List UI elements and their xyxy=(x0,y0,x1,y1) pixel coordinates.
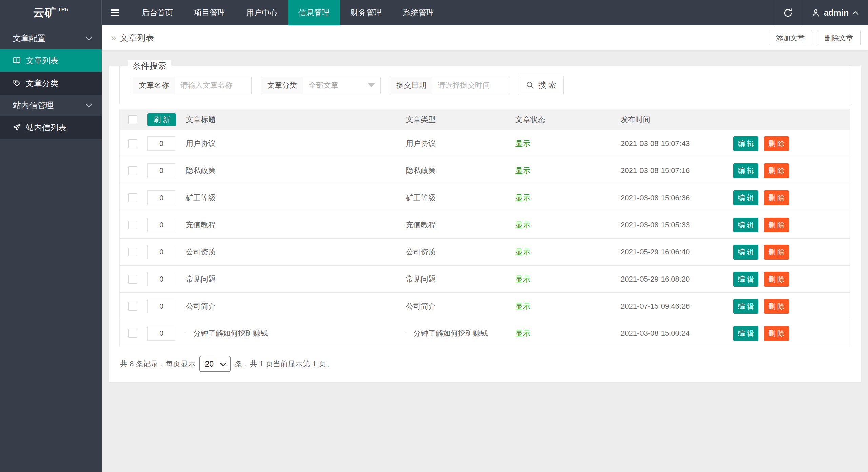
logo-badge: TP6 xyxy=(58,6,68,12)
user-menu[interactable]: admin xyxy=(802,0,868,25)
nav-item-information[interactable]: 信息管理 xyxy=(288,0,340,25)
sidebar-group-article-config[interactable]: 文章配置 xyxy=(0,27,102,49)
edit-button[interactable]: 编 辑 xyxy=(733,218,758,232)
topbar: 云矿 TP6 后台首页 项目管理 用户中心 信息管理 财务管理 系统管理 adm… xyxy=(0,0,868,25)
sort-input[interactable] xyxy=(147,190,175,205)
delete-button[interactable]: 删 除 xyxy=(764,272,789,287)
article-name-group: 文章名称 xyxy=(133,77,252,94)
edit-button[interactable]: 编 辑 xyxy=(733,326,758,341)
edit-button[interactable]: 编 辑 xyxy=(733,136,758,151)
logo-text: 云矿 xyxy=(33,5,56,20)
send-icon xyxy=(12,123,21,132)
delete-button[interactable]: 删 除 xyxy=(764,299,789,314)
row-checkbox[interactable] xyxy=(128,221,137,229)
username: admin xyxy=(824,8,849,18)
nav-item-system[interactable]: 系统管理 xyxy=(392,0,445,25)
app-logo[interactable]: 云矿 TP6 xyxy=(0,0,102,25)
breadcrumb-bar: » 文章列表 添加文章 删除文章 xyxy=(102,25,868,50)
edit-button[interactable]: 编 辑 xyxy=(733,190,758,205)
publish-time: 2021-03-08 15:07:16 xyxy=(620,166,733,175)
delete-button[interactable]: 删 除 xyxy=(764,163,789,178)
status-badge: 显示 xyxy=(515,275,530,283)
publish-time: 2021-05-29 16:08:20 xyxy=(620,275,733,284)
article-type: 充值教程 xyxy=(405,220,515,230)
search-button[interactable]: 搜 索 xyxy=(518,76,564,95)
table-refresh-button[interactable]: 刷 新 xyxy=(147,113,176,126)
edit-button[interactable]: 编 辑 xyxy=(733,245,758,260)
article-name-input[interactable] xyxy=(175,77,251,94)
search-row: 文章名称 文章分类 全部文章 提交日期 xyxy=(120,66,850,95)
status-badge: 显示 xyxy=(515,302,530,310)
sidebar-item-message-list[interactable]: 站内信列表 xyxy=(0,116,102,139)
column-header-status: 文章状态 xyxy=(515,115,620,125)
selected-category: 全部文章 xyxy=(309,80,338,90)
submit-date-label: 提交日期 xyxy=(390,77,432,94)
menu-toggle-icon[interactable] xyxy=(102,0,129,25)
submit-date-group: 提交日期 xyxy=(390,77,509,94)
sort-input[interactable] xyxy=(147,299,175,313)
edit-button[interactable]: 编 辑 xyxy=(733,163,758,178)
row-checkbox[interactable] xyxy=(128,302,137,311)
table-row: 充值教程 充值教程 显示 2021-03-08 15:05:33 编 辑 删 除 xyxy=(120,211,850,238)
sidebar-group-label: 文章配置 xyxy=(13,33,85,44)
sort-input[interactable] xyxy=(147,326,175,341)
sidebar-group-messages[interactable]: 站内信管理 xyxy=(0,95,102,116)
page-size-select[interactable]: 20 xyxy=(199,356,231,372)
row-checkbox[interactable] xyxy=(128,193,137,202)
chevron-up-icon xyxy=(852,10,859,16)
publish-time: 2021-03-08 15:06:36 xyxy=(620,193,733,202)
sort-input[interactable] xyxy=(147,136,175,151)
delete-button[interactable]: 删 除 xyxy=(764,190,789,205)
article-title: 用户协议 xyxy=(181,139,405,149)
row-checkbox[interactable] xyxy=(128,329,137,338)
column-header-time: 发布时间 xyxy=(620,115,733,125)
refresh-button[interactable] xyxy=(774,0,802,25)
edit-button[interactable]: 编 辑 xyxy=(733,299,758,314)
row-checkbox[interactable] xyxy=(128,166,137,175)
table-row: 一分钟了解如何挖矿赚钱 一分钟了解如何挖矿赚钱 显示 2021-03-08 15… xyxy=(120,320,850,347)
row-checkbox[interactable] xyxy=(128,248,137,256)
sidebar-item-label: 站内信列表 xyxy=(26,122,66,133)
sort-input[interactable] xyxy=(147,218,175,232)
sidebar-item-article-list[interactable]: 文章列表 xyxy=(0,49,102,72)
row-checkbox[interactable] xyxy=(128,275,137,284)
sort-input[interactable] xyxy=(147,245,175,259)
nav-item-dashboard[interactable]: 后台首页 xyxy=(131,0,183,25)
nav-item-projects[interactable]: 项目管理 xyxy=(183,0,236,25)
column-header-title: 文章标题 xyxy=(181,115,405,125)
status-badge: 显示 xyxy=(515,166,530,175)
add-article-button[interactable]: 添加文章 xyxy=(769,30,812,45)
tag-icon xyxy=(12,79,21,88)
main-content: » 文章列表 添加文章 删除文章 条件搜索 文章名称 文章分类 全部文章 xyxy=(102,25,868,472)
nav-item-users[interactable]: 用户中心 xyxy=(236,0,288,25)
submit-date-input[interactable] xyxy=(432,77,509,94)
article-title: 充值教程 xyxy=(181,220,405,230)
row-checkbox[interactable] xyxy=(128,139,137,148)
chevron-down-icon xyxy=(85,103,93,108)
nav-item-finance[interactable]: 财务管理 xyxy=(340,0,392,25)
search-button-label: 搜 索 xyxy=(538,80,556,90)
delete-articles-button[interactable]: 删除文章 xyxy=(817,30,861,45)
refresh-icon xyxy=(783,8,793,18)
delete-button[interactable]: 删 除 xyxy=(764,218,789,232)
edit-button[interactable]: 编 辑 xyxy=(733,272,758,287)
delete-button[interactable]: 删 除 xyxy=(764,136,789,151)
content-card: 条件搜索 文章名称 文章分类 全部文章 提交日期 xyxy=(109,66,861,382)
breadcrumb-separator-icon: » xyxy=(111,33,116,43)
sort-input[interactable] xyxy=(147,272,175,286)
article-title: 隐私政策 xyxy=(181,166,405,176)
article-type: 矿工等级 xyxy=(405,193,515,203)
select-all-checkbox[interactable] xyxy=(128,115,137,124)
breadcrumb: » 文章列表 xyxy=(111,32,154,43)
person-icon xyxy=(811,8,821,18)
article-category-select[interactable]: 全部文章 xyxy=(303,77,380,94)
table-header: 刷 新 文章标题 文章类型 文章状态 发布时间 xyxy=(120,109,850,130)
pagination: 共 8 条记录，每页显示 20 条，共 1 页当前显示第 1 页。 xyxy=(119,356,850,372)
sort-input[interactable] xyxy=(147,163,175,178)
delete-button[interactable]: 删 除 xyxy=(764,326,789,341)
sidebar-item-article-category[interactable]: 文章分类 xyxy=(0,72,102,95)
sidebar-group-label: 站内信管理 xyxy=(13,100,85,111)
table-row: 矿工等级 矿工等级 显示 2021-03-08 15:06:36 编 辑 删 除 xyxy=(120,184,850,211)
article-title: 常见问题 xyxy=(181,274,405,284)
delete-button[interactable]: 删 除 xyxy=(764,245,789,260)
